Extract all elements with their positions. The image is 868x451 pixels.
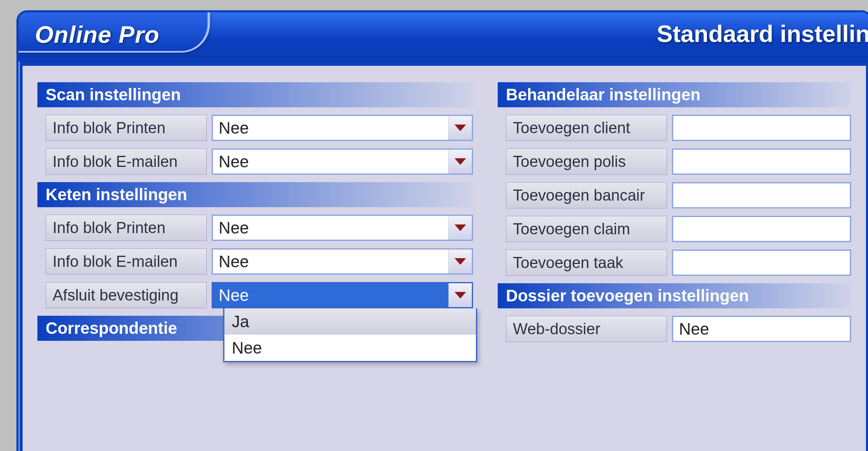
behandelaar-taak-input[interactable] bbox=[672, 250, 851, 276]
keten-row-email: Info blok E-mailen Nee bbox=[46, 248, 473, 275]
right-column: Behandelaar instellingen Toevoegen clien… bbox=[498, 82, 851, 437]
behandelaar-heading: Behandelaar instellingen bbox=[498, 82, 851, 107]
scan-print-value: Nee bbox=[213, 116, 448, 140]
behandelaar-row-claim: Toevoegen claim bbox=[506, 216, 851, 242]
keten-print-value: Nee bbox=[213, 216, 448, 240]
dossier-row-web: Web-dossier Nee bbox=[506, 316, 851, 342]
chevron-down-icon bbox=[455, 125, 466, 131]
settings-window: Online Pro Standaard instellin Scan inst… bbox=[16, 10, 868, 451]
keten-print-dropdown-button[interactable] bbox=[448, 216, 472, 240]
keten-afsluit-label: Afsluit bevestiging bbox=[46, 282, 207, 308]
behandelaar-polis-input[interactable] bbox=[672, 148, 851, 175]
page-title: Standaard instellin bbox=[657, 20, 868, 47]
dropdown-option-nee[interactable]: Nee bbox=[224, 335, 476, 361]
keten-email-label: Info blok E-mailen bbox=[46, 248, 207, 275]
chevron-down-icon bbox=[455, 258, 466, 265]
dossier-web-combo[interactable]: Nee bbox=[672, 316, 851, 342]
behandelaar-row-polis: Toevoegen polis bbox=[506, 148, 851, 175]
keten-afsluit-dropdown: Ja Nee bbox=[223, 282, 477, 362]
keten-email-value: Nee bbox=[213, 250, 448, 273]
behandelaar-row-client: Toevoegen client bbox=[506, 115, 851, 141]
scan-row-print: Info blok Printen Nee bbox=[46, 115, 473, 141]
keten-email-dropdown-button[interactable] bbox=[448, 250, 472, 273]
scan-row-email: Info blok E-mailen Nee bbox=[46, 148, 473, 175]
dropdown-option-ja[interactable]: Ja bbox=[224, 308, 476, 335]
scan-heading: Scan instellingen bbox=[37, 82, 473, 107]
keten-print-combo[interactable]: Nee bbox=[212, 215, 473, 241]
scan-email-combo[interactable]: Nee bbox=[212, 148, 473, 175]
behandelaar-bancair-label: Toevoegen bancair bbox=[506, 182, 667, 208]
behandelaar-bancair-input[interactable] bbox=[672, 182, 851, 208]
dropdown-list: Ja Nee bbox=[223, 308, 477, 362]
left-column: Scan instellingen Info blok Printen Nee … bbox=[37, 82, 473, 437]
chevron-down-icon bbox=[455, 224, 466, 231]
behandelaar-client-input[interactable] bbox=[672, 115, 851, 141]
keten-heading: Keten instellingen bbox=[37, 182, 473, 207]
dossier-web-label: Web-dossier bbox=[506, 316, 667, 342]
scan-email-dropdown-button[interactable] bbox=[448, 150, 472, 173]
scan-print-label: Info blok Printen bbox=[46, 115, 207, 141]
behandelaar-row-taak: Toevoegen taak bbox=[506, 250, 851, 276]
app-title: Online Pro bbox=[35, 21, 159, 48]
titlebar: Online Pro Standaard instellin bbox=[18, 12, 868, 62]
behandelaar-client-label: Toevoegen client bbox=[506, 115, 667, 141]
chevron-down-icon bbox=[455, 158, 466, 165]
behandelaar-claim-input[interactable] bbox=[672, 216, 851, 242]
keten-row-print: Info blok Printen Nee bbox=[46, 215, 473, 241]
keten-print-label: Info blok Printen bbox=[46, 215, 207, 241]
scan-print-dropdown-button[interactable] bbox=[448, 116, 472, 140]
dossier-heading: Dossier toevoegen instellingen bbox=[498, 283, 851, 308]
content-area: Scan instellingen Info blok Printen Nee … bbox=[23, 66, 866, 451]
keten-row-afsluit: Afsluit bevestiging Nee Ja Nee bbox=[46, 282, 473, 308]
scan-email-value: Nee bbox=[213, 150, 448, 173]
keten-email-combo[interactable]: Nee bbox=[212, 248, 473, 275]
behandelaar-polis-label: Toevoegen polis bbox=[506, 148, 667, 175]
behandelaar-taak-label: Toevoegen taak bbox=[506, 250, 667, 276]
scan-email-label: Info blok E-mailen bbox=[46, 148, 207, 175]
behandelaar-claim-label: Toevoegen claim bbox=[506, 216, 667, 242]
dossier-web-value: Nee bbox=[673, 317, 850, 341]
scan-print-combo[interactable]: Nee bbox=[212, 115, 473, 141]
behandelaar-row-bancair: Toevoegen bancair bbox=[506, 182, 851, 208]
